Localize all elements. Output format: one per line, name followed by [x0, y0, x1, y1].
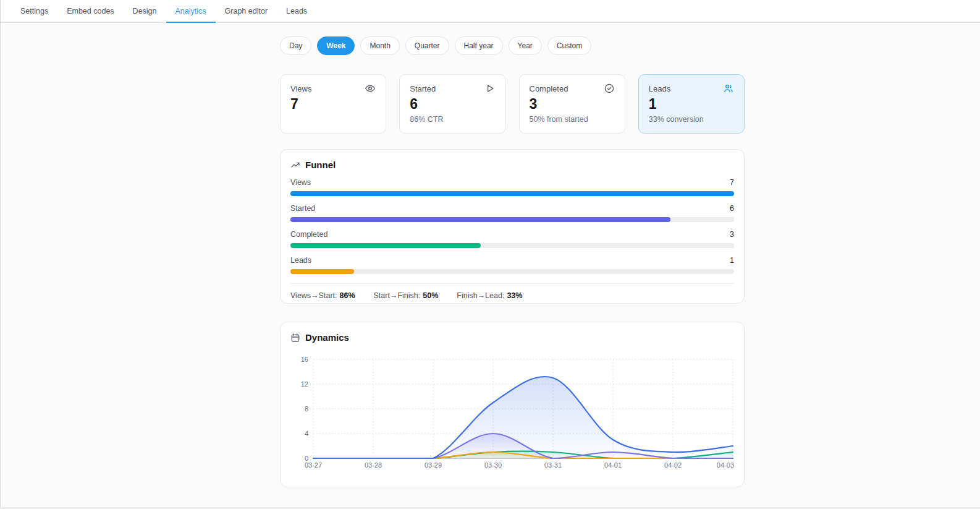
funnel-row-header: Views7 — [290, 178, 734, 187]
conversion-stat: Finish→Lead:33% — [457, 291, 522, 300]
funnel-bar-fill — [290, 217, 670, 222]
tab-graph-editor[interactable]: Graph editor — [216, 0, 277, 22]
funnel-row-leads: Leads1 — [290, 255, 734, 274]
x-axis-label: 04-03 — [717, 461, 734, 469]
funnel-row-completed: Completed3 — [290, 229, 734, 248]
funnel-bar-track — [290, 217, 734, 222]
funnel-title: Funnel — [305, 160, 336, 170]
top-navigation: SettingsEmbed codesDesignAnalyticsGraph … — [0, 0, 980, 23]
funnel-row-value: 7 — [730, 178, 734, 187]
main-area: DayWeekMonthQuarterHalf yearYearCustom V… — [0, 23, 980, 509]
funnel-bar-fill — [290, 243, 481, 248]
funnel-header: Funnel — [290, 160, 734, 170]
funnel-rows: Views7Started6Completed3Leads1 — [290, 178, 734, 274]
tab-settings[interactable]: Settings — [11, 0, 57, 22]
conversion-value: 33% — [507, 291, 522, 300]
funnel-row-started: Started6 — [290, 203, 734, 222]
stat-value: 1 — [649, 96, 734, 112]
stat-label: Leads — [649, 84, 670, 93]
period-button-custom[interactable]: Custom — [547, 36, 591, 55]
tab-leads[interactable]: Leads — [277, 0, 316, 22]
calendar-icon — [290, 333, 300, 343]
x-axis-label: 04-01 — [604, 461, 622, 469]
y-axis-label: 12 — [301, 380, 308, 388]
funnel-row-label: Completed — [290, 229, 327, 239]
funnel-row-header: Leads1 — [290, 255, 734, 265]
stat-card-header: Started — [410, 83, 495, 94]
dynamics-chart-svg: 048121603-2703-2803-2903-3003-3104-0104-… — [290, 345, 735, 476]
conversion-value: 50% — [423, 291, 438, 300]
period-button-week[interactable]: Week — [317, 36, 355, 55]
tab-design[interactable]: Design — [124, 0, 166, 22]
conversion-stat: Start→Finish:50% — [374, 291, 439, 300]
analytics-content: DayWeekMonthQuarterHalf yearYearCustom V… — [280, 23, 745, 487]
stat-subtext: 86% CTR — [410, 115, 495, 124]
dynamics-title: Dynamics — [305, 332, 349, 343]
stat-card-header: Leads — [649, 83, 734, 94]
funnel-row-label: Started — [290, 203, 315, 213]
conversion-label: Finish→Lead: — [457, 291, 504, 300]
funnel-divider — [290, 283, 734, 284]
funnel-conversions: Views→Start:86%Start→Finish:50%Finish→Le… — [290, 291, 734, 300]
funnel-row-label: Leads — [290, 255, 311, 265]
stat-card-completed[interactable]: Completed350% from started — [519, 74, 625, 134]
funnel-row-views: Views7 — [290, 178, 734, 196]
stat-card-header: Completed — [530, 83, 615, 94]
stat-card-started[interactable]: Started686% CTR — [399, 74, 505, 134]
funnel-row-value: 1 — [730, 255, 734, 265]
play-icon — [484, 83, 496, 94]
dynamics-card: Dynamics 048121603-2703-2803-2903-3003-3… — [280, 322, 745, 487]
period-button-day[interactable]: Day — [280, 36, 311, 55]
tab-embed-codes[interactable]: Embed codes — [57, 0, 123, 22]
stat-value: 3 — [530, 96, 615, 112]
stat-card-views[interactable]: Views7 — [280, 74, 386, 134]
funnel-bar-track — [290, 191, 734, 196]
stat-value: 7 — [290, 96, 376, 112]
check-circle-icon — [604, 83, 615, 94]
x-axis-label: 03-30 — [484, 461, 502, 469]
funnel-bar-fill — [290, 269, 354, 274]
period-button-month[interactable]: Month — [360, 36, 399, 55]
funnel-bar-track — [290, 243, 734, 248]
funnel-row-label: Views — [290, 178, 311, 187]
period-selector: DayWeekMonthQuarterHalf yearYearCustom — [280, 36, 745, 55]
funnel-bar-fill — [290, 191, 734, 196]
dynamics-chart[interactable]: 048121603-2703-2803-2903-3003-3104-0104-… — [290, 345, 734, 476]
x-axis-label: 03-31 — [544, 461, 562, 469]
x-axis-label: 03-28 — [365, 461, 382, 469]
stat-subtext: 50% from started — [530, 115, 615, 124]
trending-up-icon — [290, 160, 300, 170]
stat-label: Started — [410, 84, 436, 93]
stat-card-header: Views — [290, 83, 376, 94]
period-button-quarter[interactable]: Quarter — [405, 36, 449, 55]
funnel-bar-track — [290, 269, 734, 274]
tab-analytics[interactable]: Analytics — [166, 0, 216, 22]
conversion-value: 86% — [340, 291, 355, 300]
conversion-stat: Views→Start:86% — [290, 291, 355, 300]
y-axis-label: 4 — [305, 430, 308, 437]
x-axis-label: 04-02 — [664, 461, 682, 469]
funnel-row-header: Started6 — [290, 203, 734, 213]
funnel-row-header: Completed3 — [290, 229, 734, 239]
conversion-label: Views→Start: — [290, 291, 337, 300]
period-button-half-year[interactable]: Half year — [455, 36, 503, 55]
stat-label: Completed — [530, 84, 568, 93]
eye-icon — [365, 83, 376, 94]
funnel-row-value: 6 — [730, 203, 734, 213]
x-axis-label: 03-27 — [305, 461, 322, 469]
stat-cards-row: Views7Started686% CTRCompleted350% from … — [280, 74, 745, 134]
stat-value: 6 — [410, 96, 495, 112]
funnel-card: Funnel Views7Started6Completed3Leads1 Vi… — [280, 149, 745, 304]
window-left-edge — [0, 0, 1, 509]
period-button-year[interactable]: Year — [509, 36, 542, 55]
y-axis-label: 8 — [305, 405, 308, 413]
conversion-label: Start→Finish: — [374, 291, 421, 300]
dynamics-header: Dynamics — [290, 332, 734, 343]
stat-label: Views — [290, 84, 311, 93]
stat-card-leads[interactable]: Leads133% conversion — [638, 74, 745, 134]
users-icon — [723, 83, 734, 94]
stat-subtext — [290, 115, 376, 124]
funnel-row-value: 3 — [730, 229, 734, 239]
y-axis-label: 0 — [305, 455, 308, 462]
x-axis-label: 03-29 — [425, 461, 442, 469]
